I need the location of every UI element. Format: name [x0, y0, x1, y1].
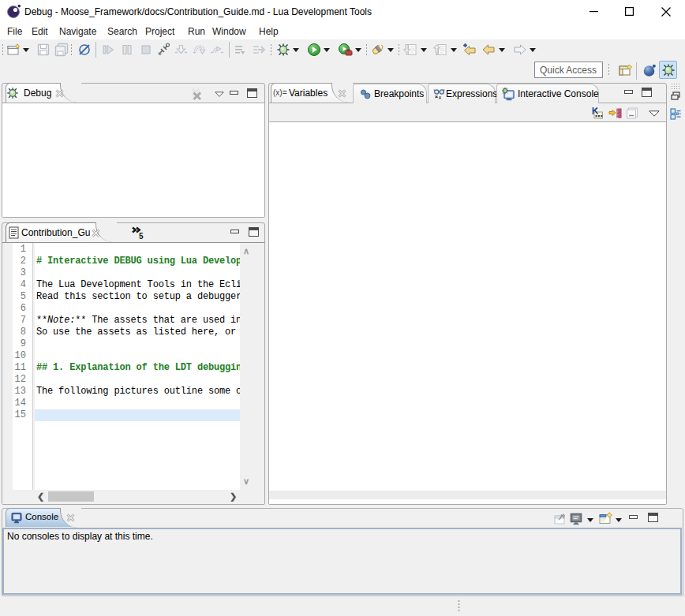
- svg-text:5: 5: [139, 232, 144, 241]
